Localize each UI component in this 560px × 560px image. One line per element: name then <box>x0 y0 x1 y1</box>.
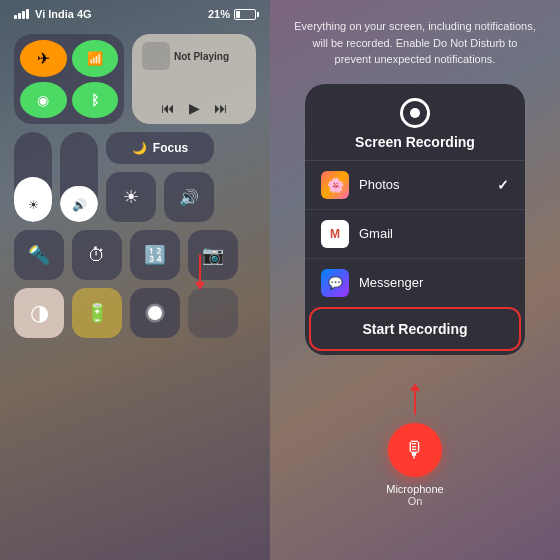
microphone-status: On <box>408 495 423 507</box>
microphone-label: Microphone <box>386 483 443 495</box>
accessibility-button[interactable]: ◑ <box>14 288 64 338</box>
next-track-icon[interactable]: ⏭ <box>214 100 228 116</box>
np-album-art <box>142 42 170 70</box>
focus-vol-group: 🌙 Focus ☀ 🔊 <box>106 132 214 222</box>
photos-checkmark: ✓ <box>497 177 509 193</box>
brightness-icon: ☀ <box>28 198 39 212</box>
messenger-label: Messenger <box>359 275 509 290</box>
np-controls: ⏮ ▶ ⏭ <box>142 100 246 116</box>
microphone-container: 🎙 Microphone On <box>386 383 443 507</box>
mic-arrow-head <box>410 383 420 391</box>
arrow-indicator <box>195 254 205 290</box>
brightness-slider[interactable]: ☀ <box>14 132 52 222</box>
battery-fill <box>236 11 240 18</box>
cc-sliders-row: ☀ 🔊 🌙 Focus ☀ 🔊 <box>14 132 256 222</box>
prev-track-icon[interactable]: ⏮ <box>161 100 175 116</box>
extra-button[interactable] <box>188 288 238 338</box>
status-right: 21% <box>208 8 256 20</box>
wifi-icon: ◉ <box>37 92 49 108</box>
mic-arrow-indicator <box>410 383 420 415</box>
status-bar: Vi India 4G 21% <box>0 0 270 24</box>
bluetooth-button[interactable]: ᛒ <box>72 82 119 119</box>
focus-label: Focus <box>153 141 188 155</box>
cc-utility-row: 🔦 ⏱ 🔢 📷 <box>14 230 256 280</box>
battery-percent: 21% <box>208 8 230 20</box>
sr-option-photos[interactable]: 🌸 Photos ✓ <box>305 161 525 210</box>
carrier-label: Vi India 4G <box>35 8 92 20</box>
sr-option-messenger[interactable]: 💬 Messenger <box>305 259 525 303</box>
battery-icon <box>234 9 256 20</box>
info-text: Everything on your screen, including not… <box>270 0 560 80</box>
airplane-icon: ✈ <box>37 49 50 68</box>
sr-record-icon <box>400 98 430 128</box>
accessibility-icon: ◑ <box>30 300 49 326</box>
sr-popup-header: Screen Recording <box>305 84 525 161</box>
focus-button[interactable]: 🌙 Focus <box>106 132 214 164</box>
sr-record-dot <box>410 108 420 118</box>
calculator-button[interactable]: 🔢 <box>130 230 180 280</box>
brightness-tap-icon: ☀ <box>123 186 139 208</box>
camera-icon: 📷 <box>202 244 224 266</box>
sr-popup-title: Screen Recording <box>355 134 475 150</box>
calculator-icon: 🔢 <box>144 244 166 266</box>
status-left: Vi India 4G <box>14 8 92 20</box>
left-panel: Vi India 4G 21% ✈ 📶 ◉ ᛒ <box>0 0 270 560</box>
np-top: Not Playing <box>142 42 246 70</box>
messenger-icon-symbol: 💬 <box>328 276 343 290</box>
right-panel: Everything on your screen, including not… <box>270 0 560 560</box>
brightness-button[interactable]: ☀ <box>106 172 156 222</box>
arrow-head <box>195 282 205 290</box>
battery-widget-icon: 🔋 <box>86 302 108 324</box>
screen-record-button[interactable] <box>130 288 180 338</box>
control-center: ✈ 📶 ◉ ᛒ Not Playing ⏮ ▶ <box>0 24 270 348</box>
speaker-icon: 🔊 <box>179 188 199 207</box>
photos-icon-symbol: 🌸 <box>327 177 344 193</box>
start-recording-label: Start Recording <box>362 321 467 337</box>
gmail-app-icon: M <box>321 220 349 248</box>
messenger-app-icon: 💬 <box>321 269 349 297</box>
airplane-mode-button[interactable]: ✈ <box>20 40 67 77</box>
flashlight-icon: 🔦 <box>28 244 50 266</box>
signal-bars <box>14 9 29 19</box>
moon-icon: 🌙 <box>132 141 147 155</box>
screen-recording-popup: Screen Recording 🌸 Photos ✓ M Gmail 💬 Me… <box>305 84 525 355</box>
play-pause-icon[interactable]: ▶ <box>189 100 200 116</box>
microphone-icon: 🎙 <box>404 437 426 463</box>
gmail-label: Gmail <box>359 226 509 241</box>
volume-slider[interactable]: 🔊 <box>60 132 98 222</box>
now-playing-title: Not Playing <box>174 51 229 62</box>
start-recording-button[interactable]: Start Recording <box>309 307 521 351</box>
cellular-icon: 📶 <box>87 51 103 66</box>
timer-icon: ⏱ <box>88 245 106 266</box>
cc-bottom-row: ◑ 🔋 <box>14 288 256 338</box>
volume-button[interactable]: 🔊 <box>164 172 214 222</box>
record-dot-icon <box>148 306 162 320</box>
volume-icon: 🔊 <box>72 198 87 212</box>
now-playing-widget: Not Playing ⏮ ▶ ⏭ <box>132 34 256 124</box>
bluetooth-icon: ᛒ <box>91 92 99 108</box>
photos-app-icon: 🌸 <box>321 171 349 199</box>
wifi-button[interactable]: ◉ <box>20 82 67 119</box>
arrow-shaft <box>199 254 201 282</box>
timer-button[interactable]: ⏱ <box>72 230 122 280</box>
brightness-vol-pair: ☀ 🔊 <box>106 172 214 222</box>
cellular-button[interactable]: 📶 <box>72 40 119 77</box>
mic-arrow-shaft <box>414 391 416 415</box>
microphone-button[interactable]: 🎙 <box>388 423 442 477</box>
flashlight-button[interactable]: 🔦 <box>14 230 64 280</box>
cc-top-row: ✈ 📶 ◉ ᛒ Not Playing ⏮ ▶ <box>14 34 256 124</box>
battery-widget-button[interactable]: 🔋 <box>72 288 122 338</box>
sr-option-gmail[interactable]: M Gmail <box>305 210 525 259</box>
cc-connectivity-quad: ✈ 📶 ◉ ᛒ <box>14 34 124 124</box>
photos-label: Photos <box>359 177 497 192</box>
